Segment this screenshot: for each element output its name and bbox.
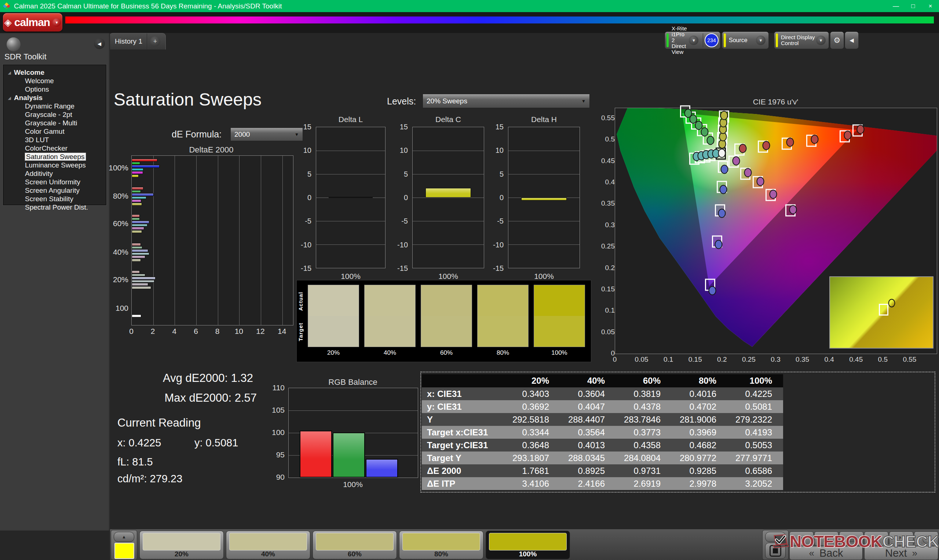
- logo-dropdown-caret-icon[interactable]: ▼: [52, 18, 61, 27]
- current-pattern-swatch[interactable]: [114, 543, 134, 559]
- delta-c-title: Delta C: [412, 115, 484, 124]
- pattern-thumbnail-80%[interactable]: 80%: [399, 531, 483, 559]
- tree-section-welcome[interactable]: ◢Welcome: [4, 68, 106, 77]
- gear-icon: ⚙: [834, 36, 841, 45]
- transport-up-button[interactable]: ▲: [765, 532, 786, 542]
- x-tick-label: 4: [172, 327, 176, 336]
- sidebar-item-spectral-power-dist-[interactable]: Spectral Power Dist.: [4, 203, 106, 211]
- sidebar-item-options[interactable]: Options: [4, 85, 106, 94]
- pattern-thumbnail-100%[interactable]: 100%: [486, 531, 570, 559]
- meter-dropdown-caret-icon[interactable]: ▼: [689, 35, 698, 45]
- refresh-button[interactable]: ↻: [889, 531, 913, 546]
- tree-section-analysis[interactable]: ◢Analysis: [4, 94, 106, 102]
- expand-triangle-icon[interactable]: ◢: [8, 94, 11, 102]
- sidebar-item-3d-lut[interactable]: 3D LUT: [4, 135, 106, 144]
- tab-history-1[interactable]: History 1 +: [109, 33, 166, 49]
- y-tick-label: 0.4: [605, 178, 615, 186]
- group-label: 100: [116, 304, 128, 312]
- maximize-button[interactable]: □: [905, 0, 922, 12]
- gridline: [316, 174, 385, 174]
- meter-divider: [703, 33, 703, 47]
- value-cell: 0.4682: [672, 440, 727, 451]
- y-tick-label: -15: [301, 264, 311, 273]
- display-control-status-stripe: [776, 33, 778, 47]
- stop-button[interactable]: ◼: [789, 531, 814, 546]
- target-swatch: [308, 316, 359, 347]
- record-button[interactable]: ◯: [914, 531, 938, 546]
- sidebar-item-dynamic-range[interactable]: Dynamic Range: [4, 102, 106, 110]
- sidebar-item-screen-uniformity[interactable]: Screen Uniformity: [4, 178, 106, 186]
- sidebar-item-color-gamut[interactable]: Color Gamut: [4, 127, 106, 135]
- table-row: x: CIE310.34030.36040.38190.40160.4225: [422, 388, 783, 400]
- y-tick-label: 0.45: [601, 157, 615, 165]
- sidebar-item-colorchecker[interactable]: ColorChecker: [4, 144, 106, 152]
- pattern-up-button[interactable]: ▲: [114, 532, 134, 542]
- next-button[interactable]: Next »: [864, 546, 938, 560]
- cie-measured-point: [695, 121, 703, 130]
- value-cell: 0.3403: [504, 389, 560, 399]
- table-row: y: CIE310.36920.40470.43780.47020.5081: [422, 400, 783, 413]
- display-control-dropdown-caret-icon[interactable]: ▼: [816, 35, 826, 45]
- value-cell: 0.4358: [616, 440, 672, 451]
- delta-e-bar: [132, 199, 141, 202]
- value-cell: 277.9771: [727, 453, 783, 463]
- calman-logo-menu[interactable]: ◈ calman ▼: [3, 13, 62, 32]
- table-row: Target x:CIE310.33440.35640.37730.39690.…: [422, 426, 783, 439]
- meter-button[interactable]: X-Rite i1Pro 2 Direct View ▼ 234: [665, 32, 720, 49]
- target-swatch: [421, 316, 472, 347]
- thumbnail-swatch: [143, 533, 220, 551]
- settings-button[interactable]: ⚙: [830, 32, 844, 49]
- chevron-down-icon: ▼: [581, 98, 586, 104]
- calman-diamond-icon: ◈: [5, 18, 12, 27]
- pattern-thumbnail-60%[interactable]: 60%: [313, 531, 397, 559]
- cie-measured-point: [811, 135, 818, 144]
- pattern-thumbnail-20%[interactable]: 20%: [139, 531, 224, 559]
- delta-h-title: Delta H: [508, 115, 580, 124]
- sidebar-item-saturation-sweeps[interactable]: Saturation Sweeps: [4, 152, 106, 161]
- expand-triangle-icon[interactable]: ◢: [8, 69, 11, 77]
- sidebar-collapse-button[interactable]: ◀: [94, 38, 105, 49]
- display-control-button[interactable]: Direct Display Control ▼: [774, 32, 829, 49]
- histogram-button[interactable]: ▥: [839, 531, 863, 546]
- cie-chart-title: CIE 1976 u'v': [615, 97, 936, 106]
- transport-mini-panel: ▲: [762, 530, 789, 560]
- title-bar: Calman 2025 Calman Ultimate for Business…: [0, 0, 939, 12]
- gridline: [239, 156, 239, 325]
- sidebar-item-welcome[interactable]: Welcome: [4, 77, 106, 85]
- rgb-x-label: 100%: [288, 480, 418, 489]
- cie-measured-point: [739, 144, 746, 153]
- sidebar-item-grayscale-multi[interactable]: Grayscale - Multi: [4, 119, 106, 127]
- actual-swatch: [365, 285, 415, 316]
- calman-app-icon: [3, 3, 10, 10]
- de-formula-dropdown[interactable]: 2000 ▼: [230, 128, 303, 141]
- cie-measured-point: [708, 286, 716, 295]
- stop-button[interactable]: [765, 543, 786, 559]
- row-label: Y: [422, 414, 504, 425]
- meter-badge[interactable]: 234: [705, 33, 719, 47]
- delta-e-bar: [132, 280, 154, 283]
- gridline: [196, 156, 197, 325]
- cie-measured-point: [718, 209, 726, 218]
- add-tab-button[interactable]: +: [147, 36, 163, 46]
- source-dropdown-caret-icon[interactable]: ▼: [756, 35, 765, 45]
- sidebar-item-additivity[interactable]: Additivity: [4, 169, 106, 178]
- sidebar-item-screen-stability[interactable]: Screen Stability: [4, 195, 106, 203]
- delta-e-y-axis: 100%80%60%40%20%100: [110, 155, 131, 325]
- source-button[interactable]: Source ▼: [722, 32, 769, 49]
- y-tick-label: -10: [301, 240, 311, 249]
- back-button[interactable]: « Back: [789, 546, 863, 560]
- sidebar-item-luminance-sweeps[interactable]: Luminance Sweeps: [4, 161, 106, 169]
- minimize-button[interactable]: —: [887, 0, 905, 12]
- loop-button[interactable]: ∞: [864, 531, 888, 546]
- pattern-thumbnail-40%[interactable]: 40%: [226, 531, 310, 559]
- delta-e-bar: [132, 243, 141, 246]
- actual-row-label: Actual: [298, 286, 305, 317]
- x-tick-label: 12: [256, 327, 264, 336]
- sidebar-item-grayscale-2pt[interactable]: Grayscale - 2pt: [4, 110, 106, 119]
- levels-dropdown[interactable]: 20% Sweeps ▼: [422, 94, 590, 108]
- workflow-sphere-button[interactable]: [6, 37, 20, 51]
- play-button[interactable]: ▶: [814, 531, 839, 546]
- sidebar-item-screen-angularity[interactable]: Screen Angularity: [4, 186, 106, 195]
- close-button[interactable]: ×: [922, 0, 939, 12]
- collapse-right-panel-button[interactable]: ◀: [845, 32, 859, 49]
